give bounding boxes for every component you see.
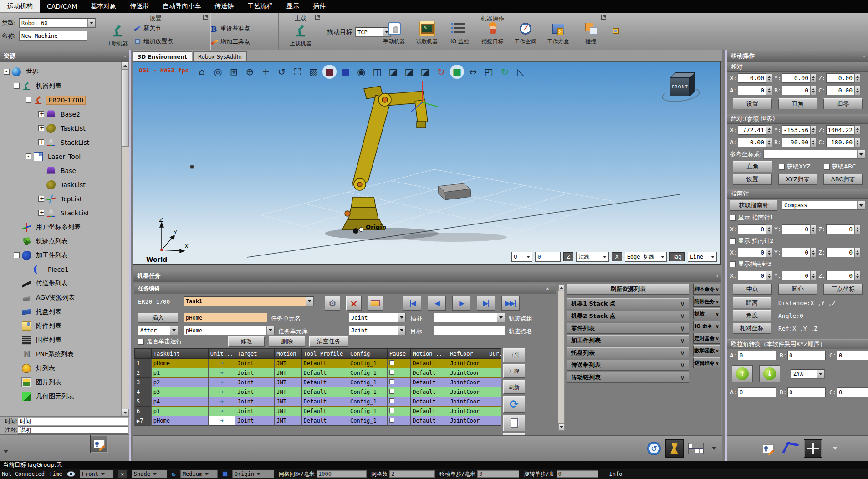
tree-item[interactable]: ER20-1700 — [0, 93, 121, 107]
chevron-down-icon[interactable] — [4, 450, 8, 462]
home-icon[interactable]: ⌂ — [195, 65, 209, 79]
scroll-thumb[interactable] — [122, 69, 129, 147]
rel-cartesian-button[interactable]: 直角 — [778, 98, 817, 109]
eye-icon[interactable] — [67, 471, 75, 477]
origin-marker-icon[interactable] — [222, 471, 228, 477]
hatch-icon[interactable]: ▨ — [306, 65, 321, 79]
tree-item[interactable]: TaskList — [0, 121, 121, 135]
show-compass1-checkbox[interactable] — [730, 215, 736, 221]
show-compass2-checkbox[interactable] — [730, 238, 736, 244]
resource-list-row[interactable]: 传动链列表∨ — [567, 372, 689, 383]
abs-c-field[interactable]: C:180.00 — [818, 138, 861, 147]
resource-list-row[interactable]: 零件列表∨ — [567, 323, 689, 334]
cell-unit-arrow[interactable]: ➜ — [208, 387, 235, 397]
measure-icon[interactable]: ↔ — [466, 65, 480, 79]
tree-item[interactable]: 加工件列表 — [0, 248, 121, 262]
relative-coord-button[interactable]: 相对坐标 — [733, 323, 771, 334]
single-run-option[interactable]: 是否单击运行 — [138, 337, 182, 346]
machine-op-button[interactable]: 工作空间 — [509, 20, 542, 46]
cell-unit-arrow[interactable]: ➜ — [208, 359, 235, 368]
section-z-icon[interactable]: ◪ — [418, 65, 432, 79]
pause-checkbox[interactable] — [389, 408, 394, 413]
rel-b-field[interactable]: B:0 — [774, 86, 817, 95]
insert-mode-select[interactable]: After — [138, 326, 178, 335]
delete-button[interactable]: 删除 — [269, 336, 305, 347]
single-run-checkbox[interactable] — [138, 339, 144, 345]
chevron-down-icon[interactable] — [833, 447, 837, 452]
task-table-header-cell[interactable]: Unit... — [208, 349, 235, 359]
tree-expander-icon[interactable] — [38, 125, 44, 131]
chevron-down-icon[interactable]: ∨ — [680, 324, 685, 332]
target-select[interactable]: Joint — [349, 326, 406, 335]
spinner-icon[interactable] — [854, 224, 861, 234]
tree-item[interactable]: StackList — [0, 135, 121, 149]
tree-expander-icon[interactable] — [26, 97, 31, 103]
comment-input[interactable]: 说明 — [18, 426, 128, 434]
pause-checkbox[interactable] — [389, 418, 394, 423]
tree-item[interactable]: TcpList — [0, 192, 121, 206]
origin-select[interactable]: Origin — [232, 470, 274, 478]
zoom-window-icon[interactable]: ⊞ — [227, 65, 241, 79]
compass3-z-field[interactable]: Z:0 — [818, 271, 861, 280]
command-button[interactable]: 抓放∨ — [693, 308, 720, 319]
spinner-icon[interactable] — [810, 224, 817, 234]
chevron-down-icon[interactable]: ∨ — [680, 312, 685, 320]
task-table-row[interactable]: 1 pHome ➜ Joint JNT Default Config_1 Def… — [135, 359, 501, 368]
task-table-header-cell[interactable]: Dur. — [487, 349, 501, 359]
section-y-icon[interactable]: ◪ — [402, 65, 416, 79]
view-select[interactable]: Front — [80, 470, 113, 478]
modify-button[interactable]: 修改 — [228, 336, 265, 347]
get-compass-button[interactable]: 获取指南针 — [730, 200, 777, 211]
tree-expander-icon[interactable] — [14, 252, 20, 258]
quality-select[interactable]: Medium — [180, 470, 218, 478]
tree-item[interactable]: 轨迹点列表 — [0, 234, 121, 248]
task-table-row[interactable]: 3 p2 ➜ Joint JNT Default Config_1 Defaul… — [135, 378, 501, 387]
euler-c2-field[interactable]: C:0 — [829, 387, 868, 397]
collapse-left-icon[interactable]: ‹ — [124, 53, 126, 59]
time-input[interactable]: 时间 — [18, 418, 128, 425]
uv-select[interactable]: U — [511, 252, 532, 262]
chevron-down-icon[interactable]: ∨ — [680, 361, 685, 369]
get-xyz-option[interactable]: 获取XYZ — [779, 163, 817, 171]
tree-expander-icon[interactable] — [14, 83, 20, 89]
ruler-icon[interactable]: ◺ — [514, 65, 528, 79]
tree-item[interactable]: Base — [0, 163, 121, 178]
section-x-icon[interactable]: ◪ — [386, 65, 400, 79]
spinner-icon[interactable] — [810, 86, 817, 95]
resource-list-row[interactable]: 机器1 Stack 点∨ — [567, 298, 689, 309]
rel-set-button[interactable]: 设置 — [733, 98, 772, 109]
task-panel-scrollbar[interactable] — [558, 284, 565, 431]
task-table-header-cell[interactable]: Config — [348, 349, 388, 359]
tag-chip[interactable]: Tag — [669, 252, 685, 261]
spinner-icon[interactable] — [810, 271, 817, 280]
command-button[interactable]: 附带任务∨ — [693, 296, 720, 307]
tree-item[interactable]: PNF系统列表 — [0, 347, 121, 361]
spinner-icon[interactable] — [766, 125, 772, 135]
task-delete-button[interactable]: × — [346, 296, 362, 311]
euler-convert-down-button[interactable]: ↓ — [759, 365, 780, 382]
task-select[interactable]: Task1 — [184, 296, 314, 306]
task-import-button[interactable] — [368, 296, 383, 311]
edit-card-button[interactable] — [759, 439, 777, 458]
chevron-down-icon[interactable] — [857, 150, 865, 158]
rel-y-field[interactable]: Y:0.00 — [774, 73, 817, 83]
show-compass2-option[interactable]: 显示 指南针2 — [730, 237, 865, 245]
history-icon[interactable]: ↺ — [647, 442, 661, 455]
interp-select[interactable]: Joint — [349, 313, 406, 322]
command-button[interactable]: IO 命令∨ — [693, 321, 720, 331]
nav-first-button[interactable]: |◀ — [403, 296, 421, 311]
shade-select[interactable]: Shade — [132, 470, 167, 478]
task-table-header-cell[interactable]: Pause — [388, 349, 411, 359]
scroll-down-icon[interactable] — [558, 423, 564, 431]
midpoint-button[interactable]: 中点 — [733, 284, 772, 295]
command-button[interactable]: 脚本命令∨ — [693, 284, 720, 295]
menu-item[interactable]: 工艺流程 — [240, 0, 280, 13]
compass1-z-field[interactable]: Z:0 — [818, 224, 861, 234]
task-table-row[interactable]: 4 p3 ➜ Joint JNT Default Config_1 Defaul… — [135, 387, 501, 397]
viewport-tab[interactable]: 3D Environment — [133, 51, 192, 61]
compass2-y-field[interactable]: Y:0 — [774, 248, 817, 257]
turntable-icon[interactable]: ↻ — [498, 65, 512, 79]
spinner-icon[interactable] — [854, 86, 861, 95]
spinner-icon[interactable] — [766, 138, 772, 147]
tree-scrollbar[interactable] — [121, 62, 129, 416]
